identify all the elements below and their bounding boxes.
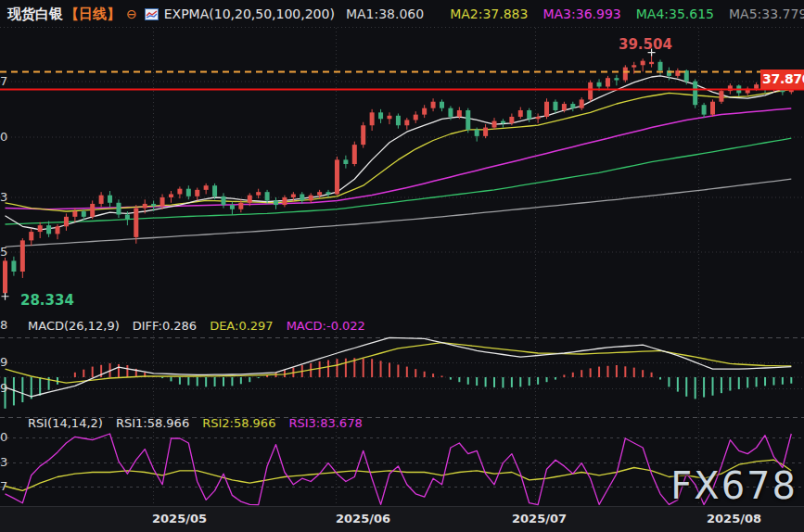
macd-diff-value: DIFF:0.286 [133,319,197,333]
macd-indicator-row[interactable]: MACD(26,12,9) DIFF:0.286 DEA:0.297 MACD:… [28,319,365,333]
rsi2-value: RSI2:58.966 [202,416,275,430]
price-axis-tick-partial: 8 [0,320,11,331]
price-axis-tick-partial: 3 [0,192,11,203]
price-axis-tick-partial: 0 [0,432,11,443]
rsi3-value: RSI3:83.678 [288,416,362,430]
macd-macd-value: MACD:-0.022 [287,319,365,333]
last-price-tag: 37.870 [760,70,804,89]
macd-dea-value: DEA:0.297 [210,319,274,333]
time-axis-strip[interactable] [0,506,804,532]
chart-app-window: 现货白银 【日线】 ⊖ EXPMA(10,20,50,100,200) MA1:… [0,0,804,532]
ma2-value: MA2:37.883 [450,6,528,21]
month-axis-label: 2025/06 [336,512,390,526]
month-axis-label: 2025/08 [707,512,761,526]
price-axis-tick-partial: 0 [0,132,11,143]
indicator-label[interactable]: EXPMA(10,20,50,100,200) [164,6,335,21]
rsi-params-label: RSI(14,14,2) [28,416,103,430]
ma4-value: MA4:35.615 [636,6,714,21]
rsi1-value: RSI1:58.966 [116,416,189,430]
month-axis-label: 2025/07 [512,512,567,526]
rsi-indicator-row[interactable]: RSI(14,14,2) RSI1:58.966 RSI2:58.966 RSI… [28,416,363,430]
collapse-icon[interactable]: ⊖ [126,6,137,21]
month-axis-label: 2025/05 [152,512,207,526]
ma3-value: MA3:36.993 [542,6,620,21]
candlestick-chart-canvas[interactable] [0,0,804,532]
price-axis-tick-partial: 5 [0,247,11,258]
indicator-chart-icon[interactable] [145,8,159,20]
price-axis-tick-partial: 7 [0,481,11,492]
symbol-title: 现货白银 [7,6,63,23]
price-axis-tick-partial: 9 [0,383,11,394]
high-price-annotation: 39.504 [619,36,672,53]
low-price-annotation: 28.334 [20,292,74,309]
price-axis-tick-partial: 9 [0,357,11,368]
chart-header-bar: 现货白银 【日线】 ⊖ EXPMA(10,20,50,100,200) MA1:… [0,0,804,28]
ma5-value: MA5:33.779 [729,6,804,21]
macd-params-label: MACD(26,12,9) [28,319,120,333]
fx678-watermark: FX678 [670,464,798,507]
ma1-value: MA1:38.060 [346,6,424,21]
period-label[interactable]: 【日线】 [65,6,121,23]
price-axis-tick-partial: 7 [0,76,11,87]
price-axis-tick-partial: 3 [0,457,11,468]
